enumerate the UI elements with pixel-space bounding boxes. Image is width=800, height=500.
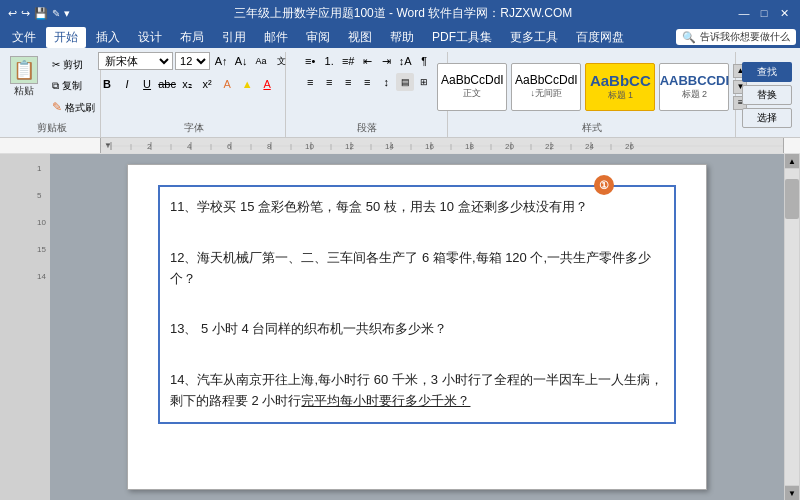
undo-icon[interactable]: ↩ bbox=[8, 7, 17, 20]
format-painter-button[interactable]: ✎ 格式刷 bbox=[47, 97, 100, 118]
left-ruler-15: 15 bbox=[37, 245, 46, 254]
clipboard-buttons: 📋 粘贴 ✂ 剪切 ⧉ 复制 ✎ 格式刷 bbox=[4, 52, 100, 121]
multilevel-button[interactable]: ≡# bbox=[339, 52, 357, 70]
find-replace-button[interactable]: 查找 bbox=[742, 62, 792, 82]
scroll-thumb[interactable] bbox=[785, 179, 799, 219]
cut-icon: ✂ bbox=[52, 59, 60, 70]
copy-button[interactable]: ⧉ 复制 bbox=[47, 76, 100, 96]
svg-text:16: 16 bbox=[425, 142, 434, 151]
paragraph-13-text: 13、 5 小时 4 台同样的织布机一共织布多少米？ bbox=[170, 321, 447, 336]
menu-mail[interactable]: 邮件 bbox=[256, 27, 296, 48]
superscript-button[interactable]: x² bbox=[198, 75, 216, 93]
bullets-button[interactable]: ≡• bbox=[301, 52, 319, 70]
align-left-button[interactable]: ≡ bbox=[301, 73, 319, 91]
menu-view[interactable]: 视图 bbox=[340, 27, 380, 48]
align-center-button[interactable]: ≡ bbox=[320, 73, 338, 91]
menu-bar: 文件 开始 插入 设计 布局 引用 邮件 审阅 视图 帮助 PDF工具集 更多工… bbox=[0, 26, 800, 48]
show-marks-button[interactable]: ¶ bbox=[415, 52, 433, 70]
window-title: 三年级上册数学应用题100道 - Word 软件自学网：RJZXW.COM bbox=[70, 5, 736, 22]
paragraph-14[interactable]: 14、汽车从南京开往上海,每小时行 60 千米，3 小时行了全程的一半因车上一人… bbox=[170, 370, 664, 412]
search-icon: 🔍 bbox=[682, 31, 696, 44]
ruler-content: ▼ bbox=[50, 138, 800, 153]
clipboard-small-buttons: ✂ 剪切 ⧉ 复制 ✎ 格式刷 bbox=[47, 52, 100, 121]
line-spacing-button[interactable]: ↕ bbox=[377, 73, 395, 91]
style-normal[interactable]: AaBbCcDdI 正文 bbox=[437, 63, 507, 111]
close-button[interactable]: ✕ bbox=[776, 5, 792, 21]
style-heading2[interactable]: AABBCCDI 标题 2 bbox=[659, 63, 729, 111]
menu-file[interactable]: 文件 bbox=[4, 27, 44, 48]
subscript-button[interactable]: x₂ bbox=[178, 75, 196, 93]
replace-button[interactable]: 替换 bbox=[742, 85, 792, 105]
left-panel: 1 5 10 15 14 bbox=[0, 154, 50, 500]
font-family-select[interactable]: 新宋体 bbox=[98, 52, 173, 70]
menu-layout[interactable]: 布局 bbox=[172, 27, 212, 48]
numbering-button[interactable]: 1. bbox=[320, 52, 338, 70]
paragraph-12[interactable]: 12、海天机械厂第一、二、三车间各生产了 6 箱零件,每箱 120 个,一共生产… bbox=[170, 248, 664, 290]
text-highlight-button[interactable]: ▲ bbox=[238, 75, 256, 93]
scroll-track[interactable] bbox=[785, 169, 799, 485]
paragraph-label: 段落 bbox=[357, 121, 377, 135]
align-right-button[interactable]: ≡ bbox=[339, 73, 357, 91]
justify-button[interactable]: ≡ bbox=[358, 73, 376, 91]
ruler-ticks: 2 4 6 8 10 12 14 16 18 20 22 24 26 bbox=[101, 138, 783, 153]
svg-text:6: 6 bbox=[227, 142, 232, 151]
ruler-numbers: ▼ bbox=[101, 138, 783, 153]
paste-icon: 📋 bbox=[10, 56, 38, 84]
paste-button[interactable]: 📋 粘贴 bbox=[4, 52, 44, 102]
shrink-font-button[interactable]: A↓ bbox=[232, 52, 250, 70]
paragraph-bottom-row: ≡ ≡ ≡ ≡ ↕ ▤ ⊞ bbox=[301, 73, 433, 91]
style-nospace[interactable]: AaBbCcDdI ↓无间距 bbox=[511, 63, 581, 111]
menu-more[interactable]: 更多工具 bbox=[502, 27, 566, 48]
menu-references[interactable]: 引用 bbox=[214, 27, 254, 48]
style-heading1[interactable]: AaBbCC 标题 1 bbox=[585, 63, 655, 111]
scroll-down-button[interactable]: ▼ bbox=[785, 486, 799, 500]
paragraph-11[interactable]: 11、学校买 15 盒彩色粉笔，每盒 50 枝，用去 10 盒还剩多少枝没有用？ bbox=[170, 197, 664, 218]
menu-design[interactable]: 设计 bbox=[130, 27, 170, 48]
svg-text:24: 24 bbox=[585, 142, 594, 151]
font-label: 字体 bbox=[184, 121, 204, 135]
format-painter-icon: ✎ bbox=[52, 100, 62, 114]
font-size-select[interactable]: 12 bbox=[175, 52, 210, 70]
document-area[interactable]: ① 11、学校买 15 盒彩色粉笔，每盒 50 枝，用去 10 盒还剩多少枝没有… bbox=[50, 154, 784, 500]
style-nospace-preview: AaBbCcDdI bbox=[515, 73, 578, 87]
select-button[interactable]: 选择 bbox=[742, 108, 792, 128]
strikethrough-button[interactable]: abc bbox=[158, 75, 176, 93]
text-effect-button[interactable]: A bbox=[218, 75, 236, 93]
scrollbar[interactable]: ▲ ▼ bbox=[784, 154, 800, 500]
menu-help[interactable]: 帮助 bbox=[382, 27, 422, 48]
style-normal-preview: AaBbCcDdI bbox=[441, 73, 504, 87]
shading-button[interactable]: ▤ bbox=[396, 73, 414, 91]
save-icon[interactable]: 💾 bbox=[34, 7, 48, 20]
edit-icon[interactable]: ✎ bbox=[52, 8, 60, 19]
decrease-indent-button[interactable]: ⇤ bbox=[358, 52, 376, 70]
search-bar[interactable]: 🔍 告诉我你想要做什么 bbox=[676, 29, 796, 45]
redo-icon[interactable]: ↪ bbox=[21, 7, 30, 20]
underline-button[interactable]: U bbox=[138, 75, 156, 93]
font-color-button[interactable]: A bbox=[258, 75, 276, 93]
menu-insert[interactable]: 插入 bbox=[88, 27, 128, 48]
window-controls: — □ ✕ bbox=[736, 5, 792, 21]
paragraph-13[interactable]: 13、 5 小时 4 台同样的织布机一共织布多少米？ bbox=[170, 319, 664, 340]
bold-button[interactable]: B bbox=[98, 75, 116, 93]
maximize-button[interactable]: □ bbox=[756, 5, 772, 21]
menu-baidu[interactable]: 百度网盘 bbox=[568, 27, 632, 48]
grow-font-button[interactable]: A↑ bbox=[212, 52, 230, 70]
style-heading1-label: 标题 1 bbox=[608, 89, 634, 102]
copy-icon: ⧉ bbox=[52, 80, 59, 91]
increase-indent-button[interactable]: ⇥ bbox=[377, 52, 395, 70]
sort-button[interactable]: ↕A bbox=[396, 52, 414, 70]
menu-review[interactable]: 审阅 bbox=[298, 27, 338, 48]
svg-text:20: 20 bbox=[505, 142, 514, 151]
clipboard-group: 📋 粘贴 ✂ 剪切 ⧉ 复制 ✎ 格式刷 bbox=[4, 52, 101, 137]
menu-home[interactable]: 开始 bbox=[46, 27, 86, 48]
scroll-up-button[interactable]: ▲ bbox=[785, 154, 799, 168]
clear-format-button[interactable]: Aa bbox=[252, 52, 270, 70]
svg-text:26: 26 bbox=[625, 142, 634, 151]
italic-button[interactable]: I bbox=[118, 75, 136, 93]
minimize-button[interactable]: — bbox=[736, 5, 752, 21]
menu-pdf[interactable]: PDF工具集 bbox=[424, 27, 500, 48]
svg-text:22: 22 bbox=[545, 142, 554, 151]
borders-button[interactable]: ⊞ bbox=[415, 73, 433, 91]
svg-text:2: 2 bbox=[147, 142, 152, 151]
cut-button[interactable]: ✂ 剪切 bbox=[47, 55, 100, 75]
